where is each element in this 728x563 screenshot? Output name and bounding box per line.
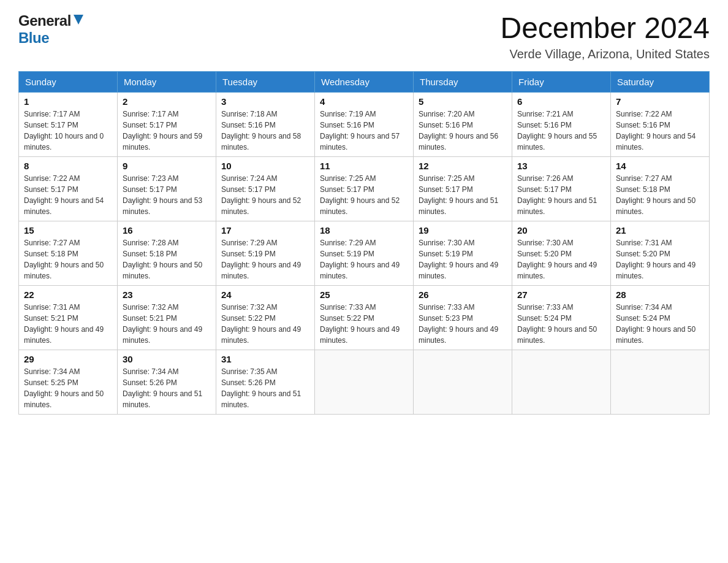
day-number: 7: [616, 96, 704, 107]
calendar-day-9: 9 Sunrise: 7:23 AMSunset: 5:17 PMDayligh…: [118, 156, 216, 221]
logo-blue: Blue: [18, 29, 49, 46]
calendar-week-1: 1 Sunrise: 7:17 AMSunset: 5:17 PMDayligh…: [19, 92, 710, 156]
calendar-day-26: 26 Sunrise: 7:33 AMSunset: 5:23 PMDaylig…: [414, 285, 512, 350]
title-block: December 2024 Verde Village, Arizona, Un…: [500, 12, 710, 61]
day-number: 14: [616, 161, 704, 171]
day-number: 10: [221, 161, 309, 171]
day-number: 22: [24, 289, 112, 300]
calendar-day-19: 19 Sunrise: 7:30 AMSunset: 5:19 PMDaylig…: [414, 221, 512, 285]
day-number: 3: [221, 96, 309, 107]
day-info: Sunrise: 7:32 AMSunset: 5:22 PMDaylight:…: [221, 303, 301, 345]
day-info: Sunrise: 7:24 AMSunset: 5:17 PMDaylight:…: [221, 174, 301, 216]
day-info: Sunrise: 7:23 AMSunset: 5:17 PMDaylight:…: [123, 174, 202, 216]
calendar-week-2: 8 Sunrise: 7:22 AMSunset: 5:17 PMDayligh…: [19, 156, 710, 221]
day-info: Sunrise: 7:31 AMSunset: 5:21 PMDaylight:…: [24, 303, 104, 345]
day-number: 28: [616, 289, 704, 300]
day-info: Sunrise: 7:34 AMSunset: 5:26 PMDaylight:…: [123, 367, 202, 409]
calendar-day-4: 4 Sunrise: 7:19 AMSunset: 5:16 PMDayligh…: [315, 92, 414, 156]
calendar-day-5: 5 Sunrise: 7:20 AMSunset: 5:16 PMDayligh…: [414, 92, 512, 156]
day-number: 25: [320, 289, 408, 300]
calendar-day-21: 21 Sunrise: 7:31 AMSunset: 5:20 PMDaylig…: [611, 221, 710, 285]
calendar-day-12: 12 Sunrise: 7:25 AMSunset: 5:17 PMDaylig…: [414, 156, 512, 221]
day-number: 8: [24, 161, 112, 171]
calendar-table: Sunday Monday Tuesday Wednesday Thursday…: [18, 71, 710, 415]
day-number: 27: [517, 289, 605, 300]
calendar-day-empty: [414, 350, 512, 414]
calendar-week-3: 15 Sunrise: 7:27 AMSunset: 5:18 PMDaylig…: [19, 221, 710, 285]
svg-marker-0: [74, 15, 83, 25]
calendar-day-18: 18 Sunrise: 7:29 AMSunset: 5:19 PMDaylig…: [315, 221, 414, 285]
day-info: Sunrise: 7:30 AMSunset: 5:20 PMDaylight:…: [517, 239, 597, 280]
page-title: December 2024: [500, 12, 710, 45]
calendar-day-31: 31 Sunrise: 7:35 AMSunset: 5:26 PMDaylig…: [216, 350, 315, 414]
calendar-day-24: 24 Sunrise: 7:32 AMSunset: 5:22 PMDaylig…: [216, 285, 315, 350]
header-monday: Monday: [118, 71, 216, 92]
calendar-day-28: 28 Sunrise: 7:34 AMSunset: 5:24 PMDaylig…: [611, 285, 710, 350]
calendar-header-row: Sunday Monday Tuesday Wednesday Thursday…: [19, 71, 710, 92]
day-number: 5: [419, 96, 507, 107]
day-info: Sunrise: 7:32 AMSunset: 5:21 PMDaylight:…: [123, 303, 202, 345]
day-info: Sunrise: 7:22 AMSunset: 5:17 PMDaylight:…: [24, 174, 104, 216]
header-thursday: Thursday: [414, 71, 512, 92]
calendar-day-10: 10 Sunrise: 7:24 AMSunset: 5:17 PMDaylig…: [216, 156, 315, 221]
calendar-day-30: 30 Sunrise: 7:34 AMSunset: 5:26 PMDaylig…: [118, 350, 216, 414]
day-info: Sunrise: 7:27 AMSunset: 5:18 PMDaylight:…: [24, 239, 104, 280]
day-number: 11: [320, 161, 408, 171]
calendar-day-3: 3 Sunrise: 7:18 AMSunset: 5:16 PMDayligh…: [216, 92, 315, 156]
calendar-day-2: 2 Sunrise: 7:17 AMSunset: 5:17 PMDayligh…: [118, 92, 216, 156]
day-info: Sunrise: 7:33 AMSunset: 5:24 PMDaylight:…: [517, 303, 597, 345]
header-friday: Friday: [512, 71, 611, 92]
day-number: 24: [221, 289, 309, 300]
calendar-day-8: 8 Sunrise: 7:22 AMSunset: 5:17 PMDayligh…: [19, 156, 118, 221]
day-info: Sunrise: 7:30 AMSunset: 5:19 PMDaylight:…: [419, 239, 498, 280]
day-number: 17: [221, 225, 309, 236]
day-info: Sunrise: 7:29 AMSunset: 5:19 PMDaylight:…: [221, 239, 301, 280]
calendar-week-5: 29 Sunrise: 7:34 AMSunset: 5:25 PMDaylig…: [19, 350, 710, 414]
day-number: 31: [221, 354, 309, 364]
day-number: 6: [517, 96, 605, 107]
calendar-day-6: 6 Sunrise: 7:21 AMSunset: 5:16 PMDayligh…: [512, 92, 611, 156]
day-info: Sunrise: 7:25 AMSunset: 5:17 PMDaylight:…: [419, 174, 498, 216]
calendar-day-22: 22 Sunrise: 7:31 AMSunset: 5:21 PMDaylig…: [19, 285, 118, 350]
calendar-day-17: 17 Sunrise: 7:29 AMSunset: 5:19 PMDaylig…: [216, 221, 315, 285]
day-number: 15: [24, 225, 112, 236]
day-info: Sunrise: 7:18 AMSunset: 5:16 PMDaylight:…: [221, 110, 301, 151]
day-info: Sunrise: 7:35 AMSunset: 5:26 PMDaylight:…: [221, 367, 301, 409]
calendar-day-20: 20 Sunrise: 7:30 AMSunset: 5:20 PMDaylig…: [512, 221, 611, 285]
day-number: 4: [320, 96, 408, 107]
header-wednesday: Wednesday: [315, 71, 414, 92]
day-number: 9: [123, 161, 211, 171]
page-subtitle: Verde Village, Arizona, United States: [500, 47, 710, 61]
logo: General Blue: [18, 12, 85, 47]
day-info: Sunrise: 7:19 AMSunset: 5:16 PMDaylight:…: [320, 110, 400, 151]
calendar-day-13: 13 Sunrise: 7:26 AMSunset: 5:17 PMDaylig…: [512, 156, 611, 221]
day-info: Sunrise: 7:25 AMSunset: 5:17 PMDaylight:…: [320, 174, 400, 216]
logo-arrow-icon: [72, 13, 85, 26]
day-info: Sunrise: 7:28 AMSunset: 5:18 PMDaylight:…: [123, 239, 202, 280]
day-number: 20: [517, 225, 605, 236]
day-number: 30: [123, 354, 211, 364]
day-number: 26: [419, 289, 507, 300]
calendar-week-4: 22 Sunrise: 7:31 AMSunset: 5:21 PMDaylig…: [19, 285, 710, 350]
day-number: 2: [123, 96, 211, 107]
calendar-day-14: 14 Sunrise: 7:27 AMSunset: 5:18 PMDaylig…: [611, 156, 710, 221]
day-number: 19: [419, 225, 507, 236]
day-info: Sunrise: 7:20 AMSunset: 5:16 PMDaylight:…: [419, 110, 498, 151]
day-number: 16: [123, 225, 211, 236]
calendar-day-25: 25 Sunrise: 7:33 AMSunset: 5:22 PMDaylig…: [315, 285, 414, 350]
day-info: Sunrise: 7:22 AMSunset: 5:16 PMDaylight:…: [616, 110, 696, 151]
calendar-day-empty: [512, 350, 611, 414]
day-info: Sunrise: 7:31 AMSunset: 5:20 PMDaylight:…: [616, 239, 696, 280]
calendar-day-16: 16 Sunrise: 7:28 AMSunset: 5:18 PMDaylig…: [118, 221, 216, 285]
calendar-day-15: 15 Sunrise: 7:27 AMSunset: 5:18 PMDaylig…: [19, 221, 118, 285]
day-number: 1: [24, 96, 112, 107]
day-info: Sunrise: 7:33 AMSunset: 5:23 PMDaylight:…: [419, 303, 498, 345]
calendar-day-1: 1 Sunrise: 7:17 AMSunset: 5:17 PMDayligh…: [19, 92, 118, 156]
header-tuesday: Tuesday: [216, 71, 315, 92]
day-number: 18: [320, 225, 408, 236]
day-info: Sunrise: 7:17 AMSunset: 5:17 PMDaylight:…: [24, 110, 104, 151]
day-number: 23: [123, 289, 211, 300]
day-info: Sunrise: 7:26 AMSunset: 5:17 PMDaylight:…: [517, 174, 597, 216]
day-number: 13: [517, 161, 605, 171]
day-info: Sunrise: 7:29 AMSunset: 5:19 PMDaylight:…: [320, 239, 400, 280]
